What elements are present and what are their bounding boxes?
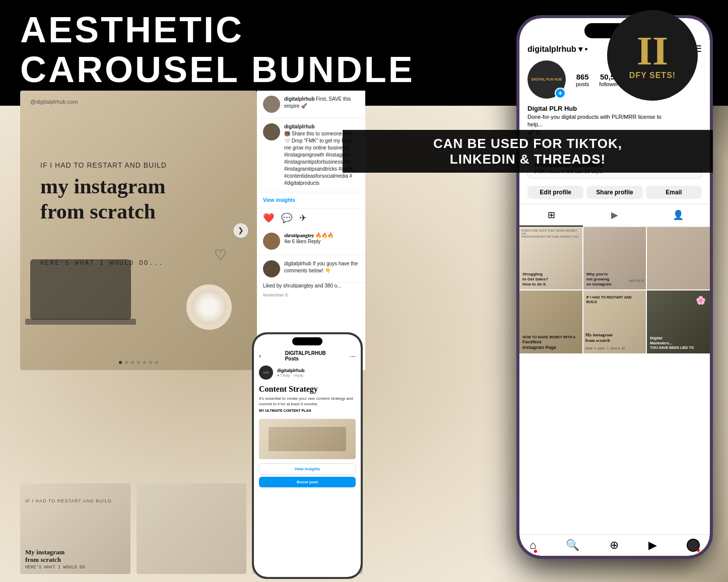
ps-avatar: DPH — [259, 366, 273, 380]
carousel-main: @digitalplrhub.com IF I HAD TO RESTART A… — [20, 91, 257, 370]
posts-label: posts — [576, 81, 589, 87]
home-nav-icon[interactable]: ⌂ — [530, 539, 536, 552]
feed-handle-1: digitalplrhub — [284, 96, 315, 102]
ps-profile-name: digitalplrhub — [277, 368, 305, 373]
dot-4 — [137, 361, 140, 364]
add-nav-icon[interactable]: ⊕ — [610, 539, 619, 552]
like-icon[interactable]: ❤️ — [263, 212, 274, 224]
email-button[interactable]: Email — [646, 186, 702, 199]
grid-cell-1[interactable]: Strugglingto Get Sales?How to do it. EVE… — [519, 227, 582, 290]
grid-cell-6-text: DigitalMarketers...YOU HAVE BEEN LIED TO — [647, 333, 710, 353]
grid-cell-5[interactable]: IF I HAD TO RESTART AND BUILD My instagr… — [583, 290, 646, 353]
black-band-text: CAN BE USED FOR TIKTOK, LINKEDIN & THREA… — [433, 136, 622, 167]
feed-item-1: digitalplrhub First, SAVE this empire 🚀 — [257, 91, 365, 118]
carousel-website: @digitalplrhub.com — [30, 99, 78, 105]
thumb-1-small-text: IF I HAD TO RESTART AND BUILD — [25, 498, 112, 503]
comment-meta: 4w 6 likes Reply — [284, 238, 334, 245]
carousel-arrow[interactable]: ❯ — [233, 223, 249, 239]
dot-7 — [155, 361, 158, 364]
carousel-text-small: IF I HAD TO RESTART AND BUILD — [40, 161, 167, 169]
ig-bio-text: Done-for-you digital products with PLR/M… — [527, 113, 702, 129]
phone-small: ‹ DIGITALPLRHUBPosts ··· DPH digitalplrh… — [252, 332, 363, 579]
ig-buttons-row: Edit profile Share profile Email — [519, 183, 710, 202]
ig-avatar: DIGITAL PLR HUB + — [527, 60, 566, 99]
commenter-avatar — [263, 233, 280, 250]
share-profile-button[interactable]: Share profile — [586, 186, 642, 199]
profile-nav-avatar[interactable] — [687, 539, 700, 552]
tab-tagged[interactable]: 👤 — [646, 204, 710, 227]
ps-back-button[interactable]: ‹ — [259, 352, 261, 359]
ps-plan-title: MY ULTIMATE CONTENT PLAN — [259, 409, 356, 412]
ps-image-area — [259, 419, 356, 459]
comment-text: shrutipangtey 🔥🔥🔥 4w 6 likes Reply — [284, 233, 334, 250]
thumb-1: IF I HAD TO RESTART AND BUILD My instagr… — [20, 483, 130, 574]
tagged-icon: 👤 — [673, 209, 684, 221]
ps-list: MY ULTIMATE CONTENT PLAN — [254, 407, 361, 416]
reels-nav-icon[interactable]: ▶ — [648, 539, 657, 552]
ig-username: digitalplrhub ▾ • — [527, 44, 587, 54]
ig-stat-posts: 865 posts — [576, 72, 589, 87]
feed-likes: Liked by shrutipangtey and 380 o... — [257, 283, 365, 292]
reply-avatar — [263, 260, 280, 277]
ps-content-title: Content Strategy — [254, 382, 361, 396]
comment-icon[interactable]: 💬 — [281, 212, 292, 224]
edit-profile-button[interactable]: Edit profile — [527, 186, 583, 199]
carousel-dots — [119, 361, 158, 364]
commenter-name: shrutipangtey 🔥🔥🔥 — [284, 233, 334, 238]
feed-avatar-1 — [263, 96, 280, 113]
tab-reels[interactable]: ▶ — [583, 204, 646, 227]
grid-cell-4-text: HOW TO MAKE MONEY WITH AFacelessInstagra… — [519, 332, 582, 353]
badge-circle: II DFY SETS! — [607, 10, 698, 101]
ps-profile-status: ● Okay · /reply — [277, 373, 305, 378]
posts-count: 865 — [576, 72, 589, 81]
add-story-button[interactable]: + — [555, 88, 566, 99]
ps-header: ‹ DIGITALPLRHUBPosts ··· — [254, 348, 361, 363]
reply-text: digitalplrhub If you guys have the comme… — [284, 260, 359, 277]
view-insights-link[interactable]: View insights — [257, 192, 365, 208]
badge-number: II — [637, 31, 668, 71]
dot-6 — [149, 361, 152, 364]
dot-3 — [131, 361, 134, 364]
ig-bottom-nav: ⌂ 🔍 ⊕ ▶ — [519, 534, 710, 556]
grid-icon: ⊞ — [548, 209, 555, 221]
grid-cell-3[interactable] — [647, 227, 710, 290]
tab-grid[interactable]: ⊞ — [519, 204, 583, 227]
grid-cell-2[interactable]: Why you'renot growingon Instagram Let's … — [583, 227, 646, 290]
grid-cell-6[interactable]: DigitalMarketers...YOU HAVE BEEN LIED TO… — [647, 290, 710, 353]
grid-cell-4[interactable]: HOW TO MAKE MONEY WITH AFacelessInstagra… — [519, 290, 582, 353]
black-band: CAN BE USED FOR TIKTOK, LINKEDIN & THREA… — [343, 130, 713, 173]
badge-label: DFY SETS! — [629, 71, 676, 80]
comment-item: shrutipangtey 🔥🔥🔥 4w 6 likes Reply — [257, 228, 365, 255]
thumb-1-main-text: My instagramfrom scratch — [25, 548, 64, 564]
dot-1 — [119, 361, 122, 364]
title-line-2: CAROUSEL BUNDLE — [20, 50, 415, 90]
ps-post-button[interactable]: Boost post — [259, 477, 356, 487]
feed-avatar-2 — [263, 123, 280, 140]
phone-small-screen: ‹ DIGITALPLRHUBPosts ··· DPH digitalplrh… — [254, 334, 361, 577]
band-line-2: LINKEDIN & THREADS! — [433, 152, 622, 167]
dot-5 — [143, 361, 146, 364]
feed-actions: ❤️ 💬 ✈ — [257, 208, 365, 228]
thumb-2 — [137, 483, 247, 574]
ps-dots-button[interactable]: ··· — [350, 352, 356, 360]
ps-profile-row: DPH digitalplrhub ● Okay · /reply — [254, 363, 361, 382]
ps-content-text: It's essential to create your own conten… — [254, 396, 361, 407]
ps-title: DIGITALPLRHUBPosts — [285, 350, 326, 361]
title-block: AESTHETIC CAROUSEL BUNDLE — [20, 10, 415, 90]
ig-grid: Strugglingto Get Sales?How to do it. EVE… — [519, 227, 710, 353]
thumb-1-sub-text: HERE'S WHAT I WOULD DO — [25, 565, 85, 570]
title-line-1: AESTHETIC — [20, 10, 415, 50]
reply-item: digitalplrhub If you guys have the comme… — [257, 255, 365, 283]
feed-text-1: digitalplrhub First, SAVE this empire 🚀 — [284, 96, 359, 113]
feed-date: November 6 — [257, 292, 365, 302]
ps-insights-button[interactable]: View Insights — [259, 463, 356, 475]
phone-small-notch — [292, 337, 322, 345]
ps-profile-info: digitalplrhub ● Okay · /reply — [277, 368, 305, 378]
phone-screen-right: digitalplrhub ▾ • ⊙ ☰ DIGITAL PLR HUB + … — [519, 18, 710, 556]
phone-mockup-right: digitalplrhub ▾ • ⊙ ☰ DIGITAL PLR HUB + … — [516, 15, 713, 559]
search-nav-icon[interactable]: 🔍 — [566, 539, 579, 552]
carousel-content: @digitalplrhub.com IF I HAD TO RESTART A… — [20, 91, 257, 370]
share-icon[interactable]: ✈ — [299, 212, 307, 224]
band-line-1: CAN BE USED FOR TIKTOK, — [433, 136, 622, 152]
carousel-text-main: my instagram from scratch — [40, 174, 191, 225]
